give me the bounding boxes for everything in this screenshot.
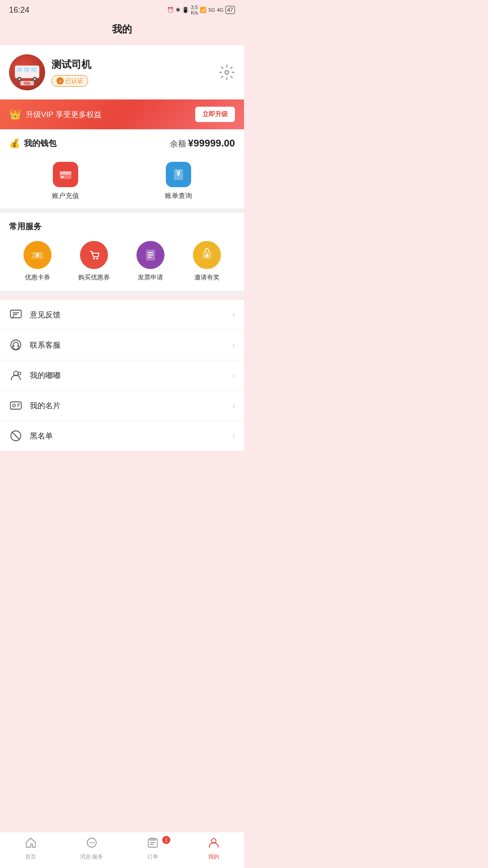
svg-rect-27 [206,255,208,257]
card-label: 我的名片 [30,401,61,411]
svg-point-19 [42,254,45,257]
service-invite[interactable]: 邀请有奖 [178,241,235,282]
nunu-label: 我的嘟嘟 [30,370,61,381]
recharge-label: 账户充值 [52,192,79,200]
page-title: 我的 [0,18,244,45]
wallet-recharge-button[interactable]: 账户充值 [9,162,122,200]
feedback-label: 意见反馈 [30,310,61,320]
wallet-section: 💰 我的钱包 余额 ¥99999.00 账户充值 [0,129,244,208]
svg-point-35 [18,372,21,375]
nunu-icon [9,368,23,382]
support-label: 联系客服 [30,340,61,350]
coupon-icon: ¥ [23,241,52,269]
wallet-icon: 💰 [9,138,20,149]
wallet-header: 💰 我的钱包 余额 ¥99999.00 [9,137,235,149]
svg-rect-12 [60,171,71,175]
feedback-icon [9,308,23,321]
menu-card-left: 我的名片 [9,399,61,412]
svg-rect-1 [17,67,22,72]
wallet-balance-amount: ¥99999.00 [188,137,235,149]
invoice-icon [136,241,164,269]
status-bar: 16:24 ⏰ ✱ 📳 3.5K/s 📶 5G 4G 47 [0,0,244,18]
svg-rect-25 [148,257,151,258]
blacklist-icon [9,429,23,443]
menu-support-left: 联系客服 [9,338,61,352]
svg-rect-28 [10,310,21,318]
menu-nunu[interactable]: 我的嘟嘟 › [0,360,244,391]
svg-rect-36 [10,402,21,409]
svg-point-31 [11,340,21,350]
status-time: 16:24 [9,5,29,15]
wallet-title: 我的钱包 [24,138,56,149]
vip-banner: 👑 升级VIP 享受更多权益 立即升级 [0,99,244,129]
svg-point-20 [93,258,95,259]
signal-4g-icon: 4G [217,7,224,13]
avatar-image: 司机 [11,57,43,88]
svg-point-18 [30,254,33,257]
svg-rect-24 [148,255,153,255]
wallet-bill-button[interactable]: ¥ 账单查询 [122,162,235,200]
menu-nunu-left: 我的嘟嘟 [9,368,61,382]
speed-icon: 3.5K/s [191,5,198,15]
recharge-icon [53,162,78,187]
svg-point-5 [19,78,20,80]
profile-left: 司机 测试司机 ✓ 已认证 [9,54,91,90]
wallet-title-area: 💰 我的钱包 [9,138,56,149]
avatar: 司机 [9,54,45,90]
coupon-label: 优惠卡券 [25,274,50,282]
card-icon [9,399,23,412]
svg-rect-38 [17,404,20,405]
services-title: 常用服务 [9,221,235,232]
status-icons: ⏰ ✱ 📳 3.5K/s 📶 5G 4G 47 [167,5,235,15]
service-buy-coupon[interactable]: 购买优惠券 [66,241,122,282]
vip-upgrade-button[interactable]: 立即升级 [195,107,235,122]
vip-banner-text: 升级VIP 享受更多权益 [26,109,102,120]
invite-icon [193,241,221,269]
svg-rect-13 [61,176,64,178]
svg-line-41 [12,432,19,439]
card-arrow: › [232,401,235,410]
bill-icon: ¥ [166,162,191,187]
services-section: 常用服务 ¥ 优惠卡券 [0,213,244,291]
verified-label: 已认证 [66,77,83,85]
svg-text:¥: ¥ [36,251,39,259]
avatar-inner: 司机 [9,54,45,90]
section-divider-1 [0,208,244,213]
svg-rect-3 [31,67,37,72]
invoice-label: 发票申请 [138,274,163,282]
service-coupon[interactable]: ¥ 优惠卡券 [9,241,66,282]
menu-card[interactable]: 我的名片 › [0,391,244,421]
bill-label: 账单查询 [165,192,192,200]
verified-icon: ✓ [56,77,64,85]
nunu-arrow: › [232,371,235,380]
section-divider-2 [0,291,244,295]
menu-blacklist[interactable]: 黑名单 › [0,421,244,451]
menu-section: 意见反馈 › 联系客服 › [0,300,244,451]
buy-coupon-label: 购买优惠券 [78,274,110,282]
profile-info: 测试司机 ✓ 已认证 [52,58,91,87]
svg-rect-2 [24,67,29,72]
support-arrow: › [232,340,235,350]
services-grid: ¥ 优惠卡券 购买优惠券 [9,241,235,282]
profile-section: 司机 测试司机 ✓ 已认证 [0,45,244,99]
feedback-arrow: › [232,310,235,320]
bluetooth-icon: ✱ [176,7,180,13]
buy-coupon-icon [80,241,108,269]
menu-feedback[interactable]: 意见反馈 › [0,300,244,330]
svg-rect-23 [148,252,153,253]
signal-5g-icon: 5G [208,7,215,13]
wallet-balance-label: 余额 [170,139,186,148]
menu-support[interactable]: 联系客服 › [0,330,244,360]
invite-label: 邀请有奖 [194,274,220,282]
verified-badge: ✓ 已认证 [52,75,88,87]
battery-indicator: 47 [225,6,235,14]
svg-rect-30 [13,314,17,315]
service-invoice[interactable]: 发票申请 [122,241,178,282]
menu-feedback-left: 意见反馈 [9,308,61,321]
svg-point-21 [96,258,98,259]
svg-rect-39 [17,406,19,406]
vibrate-icon: 📳 [182,7,189,13]
wifi-icon: 📶 [200,7,206,13]
settings-button[interactable] [219,64,235,80]
alarm-icon: ⏰ [167,7,174,13]
